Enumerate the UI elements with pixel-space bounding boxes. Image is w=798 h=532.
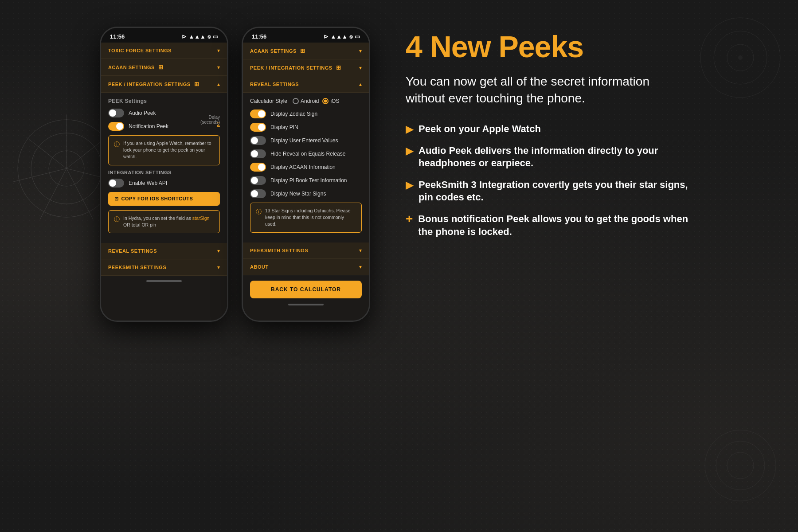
bullet-arrow-2: ▶ — [406, 145, 413, 157]
peek-settings-label: PEEK Settings — [108, 98, 220, 104]
notification-peek-toggle[interactable] — [108, 122, 124, 131]
ios-radio[interactable] — [322, 98, 329, 104]
display-pin-row: Display PIN — [250, 123, 362, 132]
phone1-acaan-section: ACAAN SETTINGS ⊞ ▾ — [101, 59, 227, 76]
display-zodiac-toggle[interactable] — [250, 110, 266, 118]
main-content: 11:56 ⊳ ▲▲▲ ⌾ ▭ TOXIC FORCE SETTINGS ▾ — [0, 0, 798, 532]
hide-reveal-toggle[interactable] — [250, 149, 266, 158]
display-user-values-toggle[interactable] — [250, 136, 266, 145]
phone-2-status-icons: ⊳ ▲▲▲ ⌾ ▭ — [324, 33, 360, 40]
phone2-wifi-icon: ⌾ — [349, 33, 353, 40]
android-label: Android — [301, 98, 319, 104]
display-acaan-label: Display ACAAN Information — [270, 164, 336, 170]
peek-integration-section: PEEK / INTEGRATION SETTINGS ⊞ ▴ PEEK Set… — [101, 76, 227, 243]
bullet-item-3: ▶ PeekSmith 3 Integration covertly gets … — [406, 179, 689, 204]
hide-reveal-label: Hide Reveal on Equals Release — [270, 151, 345, 157]
ios-label: iOS — [330, 98, 339, 104]
display-star-signs-toggle[interactable] — [250, 189, 266, 198]
phone2-battery-icon: ▭ — [355, 33, 360, 40]
display-star-signs-label: Display New Star Signs — [270, 191, 326, 197]
copy-ios-shortcuts-button[interactable]: ⊡ COPY FOR IOS SHORTCUTS — [108, 192, 220, 206]
about-chevron: ▾ — [359, 264, 362, 270]
toxic-force-header[interactable]: TOXIC FORCE SETTINGS ▾ — [101, 43, 227, 59]
about-header[interactable]: ABOUT ▾ — [243, 259, 369, 275]
enable-web-label: Enable Web API — [129, 180, 167, 186]
display-pin-toggle[interactable] — [250, 123, 266, 132]
phone1-peeksmith-header[interactable]: PEEKSMITH SETTINGS ▾ — [101, 259, 227, 276]
promo-heading: 4 New Peeks — [406, 31, 689, 63]
android-radio[interactable] — [293, 98, 299, 104]
phone2-reveal-section: REVEAL SETTINGS ▴ Calculator Style Andro… — [243, 76, 369, 243]
bullet-text-2: Audio Peek delivers the information dire… — [419, 145, 689, 170]
display-star-signs-row: Display New Star Signs — [250, 189, 362, 198]
promo-description: You can now get all of the secret inform… — [406, 73, 663, 107]
phone-2: 11:56 ⊳ ▲▲▲ ⌾ ▭ ACAAN SETTINGS ⊞ — [242, 27, 370, 322]
audio-peek-toggle[interactable] — [108, 109, 124, 117]
display-pi-book-row: Display Pi Book Test Information — [250, 176, 362, 185]
ios-radio-option[interactable]: iOS — [322, 98, 339, 104]
phone2-peek-chevron: ▾ — [359, 65, 362, 71]
android-radio-option[interactable]: Android — [293, 98, 319, 104]
phone1-peeksmith-chevron: ▾ — [217, 264, 220, 270]
phone2-reveal-header[interactable]: REVEAL SETTINGS ▴ — [243, 76, 369, 93]
location-icon: ⊳ — [182, 33, 187, 40]
about-title: ABOUT — [250, 264, 269, 270]
phone-1-time: 11:56 — [110, 33, 125, 40]
notification-peek-label: Notification Peek — [129, 123, 168, 129]
toxic-force-title: TOXIC FORCE SETTINGS — [108, 48, 172, 53]
bullet-plus-4: + — [406, 212, 413, 226]
bullet-text-4: Bonus notification Peek allows you to ge… — [418, 213, 689, 238]
phone-1-status-bar: 11:56 ⊳ ▲▲▲ ⌾ ▭ — [101, 28, 227, 43]
signal-icon: ▲▲▲ — [188, 33, 206, 40]
peek-integration-chevron: ▴ — [217, 81, 220, 87]
star-signs-info-text: 13 Star Signs including Ophiuchs. Please… — [265, 207, 356, 228]
phones-section: 11:56 ⊳ ▲▲▲ ⌾ ▭ TOXIC FORCE SETTINGS ▾ — [100, 27, 370, 322]
back-to-calculator-button[interactable]: BACK TO CALCULATOR — [250, 281, 362, 298]
calculator-style-row: Calculator Style Android iOS — [250, 98, 362, 104]
phone2-signal-icon: ▲▲▲ — [330, 33, 348, 40]
calculator-style-label: Calculator Style — [250, 98, 287, 104]
star-sign-link: starSign — [192, 215, 210, 221]
bullet-list: ▶ Peek on your Apple Watch ▶ Audio Peek … — [406, 123, 689, 238]
display-pi-book-toggle[interactable] — [250, 176, 266, 185]
peek-integration-title: PEEK / INTEGRATION SETTINGS ⊞ — [108, 81, 199, 87]
bullet-text-3: PeekSmith 3 Integration covertly gets yo… — [419, 179, 689, 204]
phone2-acaan-title: ACAAN SETTINGS ⊞ — [250, 47, 305, 54]
display-pin-label: Display PIN — [270, 124, 298, 130]
peek-integration-header[interactable]: PEEK / INTEGRATION SETTINGS ⊞ ▴ — [101, 76, 227, 93]
delay-label: Delay (seconds) — [200, 115, 220, 125]
peek-integration-content: PEEK Settings Audio Peek Notification Pe… — [101, 93, 227, 243]
phone-2-screen: 11:56 ⊳ ▲▲▲ ⌾ ▭ ACAAN SETTINGS ⊞ — [243, 28, 369, 321]
info-icon-1: ⓘ — [114, 141, 120, 149]
phone2-peek-header[interactable]: PEEK / INTEGRATION SETTINGS ⊞ ▾ — [243, 59, 369, 76]
wifi-icon: ⌾ — [207, 33, 211, 40]
phone1-reveal-header[interactable]: REVEAL SETTINGS ▾ — [101, 243, 227, 259]
battery-icon: ▭ — [213, 33, 218, 40]
display-pi-book-label: Display Pi Book Test Information — [270, 177, 347, 184]
phone2-acaan-icon: ⊞ — [300, 47, 305, 54]
phone2-reveal-title: REVEAL SETTINGS — [250, 82, 299, 87]
enable-web-toggle[interactable] — [108, 179, 124, 188]
display-acaan-toggle[interactable] — [250, 163, 266, 172]
phone2-reveal-chevron: ▴ — [359, 81, 362, 87]
phone-2-home-bar — [288, 304, 324, 305]
phone-2-time: 11:56 — [252, 33, 266, 40]
phone2-peeksmith-header[interactable]: PEEKSMITH SETTINGS ▾ — [243, 243, 369, 259]
notification-peek-row: Notification Peek Delay (seconds) 2 — [108, 122, 220, 131]
promo-section: 4 New Peeks You can now get all of the s… — [388, 18, 698, 251]
phone1-acaan-header[interactable]: ACAAN SETTINGS ⊞ ▾ — [101, 59, 227, 76]
phone1-peeksmith-section: PEEKSMITH SETTINGS ▾ — [101, 259, 227, 276]
display-user-values-row: Display User Entered Values — [250, 136, 362, 145]
phone2-peeksmith-title: PEEKSMITH SETTINGS — [250, 248, 308, 253]
apple-watch-info: ⓘ If you are using Apple Watch, remember… — [108, 135, 220, 165]
phone2-location-icon: ⊳ — [324, 33, 329, 40]
hide-reveal-row: Hide Reveal on Equals Release — [250, 149, 362, 158]
bullet-arrow-3: ▶ — [406, 180, 413, 191]
display-zodiac-label: Display Zodiac Sign — [270, 111, 317, 117]
bullet-text-1: Peek on your Apple Watch — [419, 123, 541, 136]
phone2-acaan-header[interactable]: ACAAN SETTINGS ⊞ ▾ — [243, 43, 369, 59]
hydra-info: ⓘ In Hydra, you can set the field as sta… — [108, 210, 220, 233]
phone2-peeksmith-section: PEEKSMITH SETTINGS ▾ — [243, 243, 369, 259]
display-user-values-label: Display User Entered Values — [270, 137, 338, 144]
about-section: ABOUT ▾ — [243, 259, 369, 275]
